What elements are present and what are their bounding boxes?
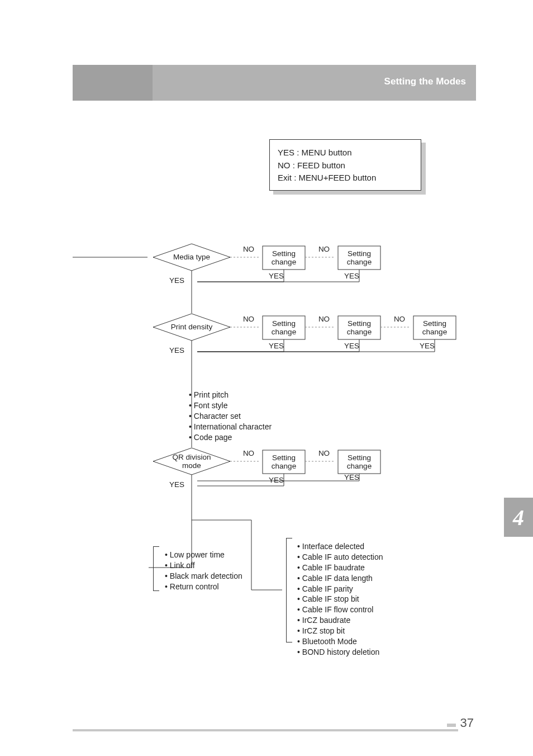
svg-text:YES: YES bbox=[420, 342, 435, 350]
svg-text:YES: YES bbox=[344, 342, 359, 350]
svg-text:change: change bbox=[347, 328, 372, 336]
list-item: • Code page bbox=[189, 432, 272, 443]
list-item: • Cable IF parity bbox=[297, 584, 383, 594]
list-item: • IrCZ baudrate bbox=[297, 615, 383, 626]
svg-text:Setting: Setting bbox=[348, 249, 371, 258]
svg-text:YES: YES bbox=[344, 272, 359, 280]
page-tick bbox=[447, 724, 456, 727]
flowchart: Media type NO Setting change NO Setting … bbox=[73, 207, 475, 637]
svg-text:NO: NO bbox=[394, 315, 405, 323]
list-item: • Link off bbox=[165, 560, 242, 571]
page-title: Setting the Modes bbox=[384, 76, 466, 87]
list-item: • International character bbox=[189, 422, 272, 432]
right-sequence-list: • Interface delected • Cable IF auto det… bbox=[297, 541, 383, 658]
svg-text:change: change bbox=[347, 258, 372, 266]
left-sequence-list: • Low power time • Link off • Black mark… bbox=[165, 550, 242, 592]
svg-text:NO: NO bbox=[318, 449, 330, 457]
chapter-tab: 4 bbox=[504, 498, 533, 537]
svg-text:YES: YES bbox=[269, 272, 284, 280]
svg-text:NO: NO bbox=[243, 245, 254, 253]
page-number: 37 bbox=[460, 716, 474, 730]
legend-exit: Exit : MENU+FEED button bbox=[278, 172, 413, 185]
svg-text:YES: YES bbox=[169, 346, 184, 355]
list-item: • Return control bbox=[165, 582, 242, 592]
svg-text:Setting: Setting bbox=[272, 319, 296, 328]
list-item: • Cable IF data length bbox=[297, 573, 383, 584]
list-item: • Interface delected bbox=[297, 541, 383, 552]
svg-text:Print density: Print density bbox=[171, 323, 213, 331]
list-item: • Cable IF flow control bbox=[297, 604, 383, 615]
svg-text:change: change bbox=[272, 258, 296, 266]
list-item: • Black mark detection bbox=[165, 571, 242, 582]
svg-text:change: change bbox=[272, 328, 296, 336]
list-item: • Print pitch bbox=[189, 390, 272, 400]
list-item: • Low power time bbox=[165, 550, 242, 560]
svg-text:Setting: Setting bbox=[272, 453, 296, 462]
legend-no: NO : FEED button bbox=[278, 159, 413, 172]
svg-text:change: change bbox=[422, 328, 447, 336]
left-bracket bbox=[153, 546, 159, 591]
svg-text:NO: NO bbox=[318, 315, 330, 323]
list-item: • Font style bbox=[189, 400, 272, 411]
right-bracket bbox=[286, 538, 292, 642]
footer-rule bbox=[73, 729, 458, 731]
header-accent bbox=[73, 65, 153, 101]
svg-text:change: change bbox=[272, 462, 296, 470]
list-item: • Cable IF stop bit bbox=[297, 594, 383, 604]
list-item: • BOND history deletion bbox=[297, 647, 383, 658]
mid-sequence-list: • Print pitch • Font style • Character s… bbox=[189, 390, 272, 442]
list-item: • Bluetooth Mode bbox=[297, 636, 383, 647]
svg-text:Setting: Setting bbox=[348, 319, 371, 328]
list-item: • Character set bbox=[189, 411, 272, 422]
svg-text:YES: YES bbox=[169, 480, 184, 489]
svg-text:Setting: Setting bbox=[423, 319, 446, 328]
svg-text:YES: YES bbox=[169, 276, 184, 285]
svg-text:Setting: Setting bbox=[348, 453, 371, 462]
svg-text:NO: NO bbox=[243, 315, 254, 323]
list-item: • Cable IF auto detection bbox=[297, 552, 383, 563]
svg-text:change: change bbox=[347, 462, 372, 470]
svg-text:YES: YES bbox=[269, 342, 284, 350]
svg-text:mode: mode bbox=[182, 461, 201, 470]
list-item: • Cable IF baudrate bbox=[297, 563, 383, 573]
svg-text:Media type: Media type bbox=[173, 253, 210, 261]
svg-text:QR division: QR division bbox=[172, 453, 211, 461]
svg-text:YES: YES bbox=[269, 476, 284, 484]
legend-box: YES : MENU button NO : FEED button Exit … bbox=[269, 139, 421, 191]
svg-text:NO: NO bbox=[243, 449, 254, 457]
list-item: • IrCZ stop bit bbox=[297, 626, 383, 636]
svg-text:Setting: Setting bbox=[272, 249, 296, 258]
svg-text:YES: YES bbox=[344, 473, 359, 481]
legend-yes: YES : MENU button bbox=[278, 147, 413, 159]
page: Setting the Modes YES : MENU button NO :… bbox=[0, 0, 533, 756]
svg-text:NO: NO bbox=[318, 245, 330, 253]
